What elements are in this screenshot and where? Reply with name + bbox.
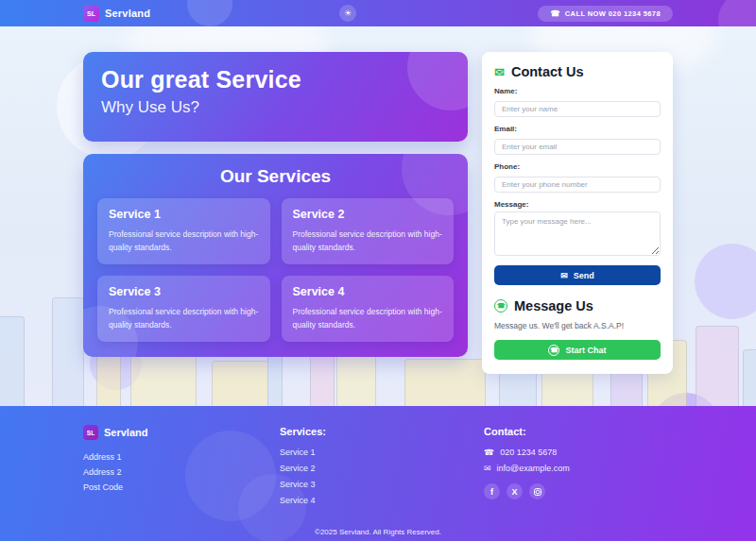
right-column: ✉ Contact Us Name: Email: Phone: Message… xyxy=(482,52,673,374)
start-chat-label: Start Chat xyxy=(565,346,606,355)
sun-icon: ☀ xyxy=(344,8,352,18)
send-label: Send xyxy=(574,271,594,280)
send-envelope-icon: ✉ xyxy=(560,271,568,280)
message-us-heading: ☎ Message Us xyxy=(494,298,661,313)
footer-logo: SL xyxy=(83,425,98,440)
footer-link-service-1[interactable]: Service 1 xyxy=(280,448,484,457)
service-title: Service 4 xyxy=(293,285,443,298)
hero-card: Our great Service Why Use Us? xyxy=(83,52,468,142)
message-us-text: Message us. We'll get back A.S.A.P! xyxy=(494,321,661,330)
brand-logo: SL xyxy=(83,6,99,22)
service-description: Professional service description with hi… xyxy=(109,228,259,254)
address-line: Address 2 xyxy=(83,465,280,481)
envelope-icon: ✉ xyxy=(484,464,491,473)
footer-email-address: info@example.com xyxy=(497,464,570,473)
phone-icon: ☎ xyxy=(550,9,559,18)
footer-contact-column: Contact: ☎ 020 1234 5678 ✉ info@example.… xyxy=(484,425,673,512)
call-now-button[interactable]: ☎ CALL NOW 020 1234 5678 xyxy=(538,6,673,22)
service-card: Service 2 Professional service descripti… xyxy=(282,198,455,264)
address-line: Address 1 xyxy=(83,450,280,465)
footer-brand-name: Servland xyxy=(104,427,147,438)
name-label: Name: xyxy=(494,87,661,95)
social-links: f X xyxy=(484,483,673,499)
service-title: Service 3 xyxy=(109,285,259,298)
page-content: Our great Service Why Use Us? Our Servic… xyxy=(83,26,673,374)
service-title: Service 2 xyxy=(293,208,443,221)
copyright-text: ©2025 Servland. All Rights Reserved. xyxy=(83,528,673,536)
footer-link-service-4[interactable]: Service 4 xyxy=(280,496,484,505)
service-card: Service 3 Professional service descripti… xyxy=(97,276,270,342)
footer-contact-heading: Contact: xyxy=(484,426,673,437)
whatsapp-icon: ☎ xyxy=(548,345,559,356)
services-grid: Service 1 Professional service descripti… xyxy=(97,198,454,342)
instagram-icon[interactable] xyxy=(529,483,545,499)
instagram-glyph xyxy=(534,488,541,496)
email-input[interactable] xyxy=(494,139,661,155)
footer-link-service-3[interactable]: Service 3 xyxy=(280,480,484,489)
name-input[interactable] xyxy=(494,101,661,117)
message-us-title: Message Us xyxy=(514,298,593,313)
theme-toggle-button[interactable]: ☀ xyxy=(339,5,356,22)
start-chat-button[interactable]: ☎ Start Chat xyxy=(494,340,661,360)
footer-link-service-2[interactable]: Service 2 xyxy=(280,464,484,473)
footer-brand-column: SL Servland Address 1 Address 2 Post Cod… xyxy=(83,425,280,512)
x-glyph: X xyxy=(511,487,517,497)
address-line: Post Code xyxy=(83,481,280,496)
service-title: Service 1 xyxy=(109,208,259,221)
service-description: Professional service description with hi… xyxy=(109,306,259,331)
main-section: Our great Service Why Use Us? Our Servic… xyxy=(0,26,756,406)
message-label: Message: xyxy=(494,200,661,209)
phone-input[interactable] xyxy=(494,177,661,193)
nav-decor-circle xyxy=(718,0,756,26)
message-textarea[interactable] xyxy=(494,211,661,256)
footer-address: Address 1 Address 2 Post Code xyxy=(83,450,280,495)
left-column: Our great Service Why Use Us? Our Servic… xyxy=(83,52,468,374)
x-twitter-icon[interactable]: X xyxy=(507,483,523,499)
call-now-label: CALL NOW 020 1234 5678 xyxy=(565,9,661,18)
whatsapp-icon: ☎ xyxy=(494,299,507,313)
nav-brand[interactable]: SL Servland xyxy=(83,6,150,22)
footer-phone-number: 020 1234 5678 xyxy=(500,448,557,457)
navbar: SL Servland ☀ ☎ CALL NOW 020 1234 5678 xyxy=(0,0,756,26)
service-description: Professional service description with hi… xyxy=(293,228,443,254)
service-description: Professional service description with hi… xyxy=(293,306,443,331)
nav-decor-circle xyxy=(187,0,232,26)
services-card: Our Services Service 1 Professional serv… xyxy=(83,154,468,357)
service-card: Service 4 Professional service descripti… xyxy=(282,276,455,342)
phone-label: Phone: xyxy=(494,162,661,171)
email-label: Email: xyxy=(494,125,661,133)
footer-phone[interactable]: ☎ 020 1234 5678 xyxy=(484,448,673,457)
facebook-icon[interactable]: f xyxy=(484,483,500,499)
facebook-glyph: f xyxy=(490,487,493,497)
phone-icon: ☎ xyxy=(484,448,494,457)
footer-services-heading: Services: xyxy=(280,426,484,437)
whatsapp-phone-glyph: ☎ xyxy=(550,347,558,354)
contact-us-title: Contact Us xyxy=(511,64,584,79)
hero-subtitle: Why Use Us? xyxy=(101,98,450,117)
footer-services-column: Services: Service 1 Service 2 Service 3 … xyxy=(280,425,484,512)
send-button[interactable]: ✉ Send xyxy=(494,265,661,285)
envelope-icon: ✉ xyxy=(494,66,505,78)
footer: SL Servland Address 1 Address 2 Post Cod… xyxy=(0,406,756,541)
contact-us-heading: ✉ Contact Us xyxy=(494,64,661,79)
hero-title: Our great Service xyxy=(101,66,450,93)
brand-name: Servland xyxy=(105,8,150,19)
footer-email[interactable]: ✉ info@example.com xyxy=(484,464,673,473)
services-heading: Our Services xyxy=(97,166,454,187)
service-card: Service 1 Professional service descripti… xyxy=(97,198,270,264)
whatsapp-phone-glyph: ☎ xyxy=(497,302,506,310)
footer-brand: SL Servland xyxy=(83,425,280,440)
contact-card: ✉ Contact Us Name: Email: Phone: Message… xyxy=(482,52,673,374)
